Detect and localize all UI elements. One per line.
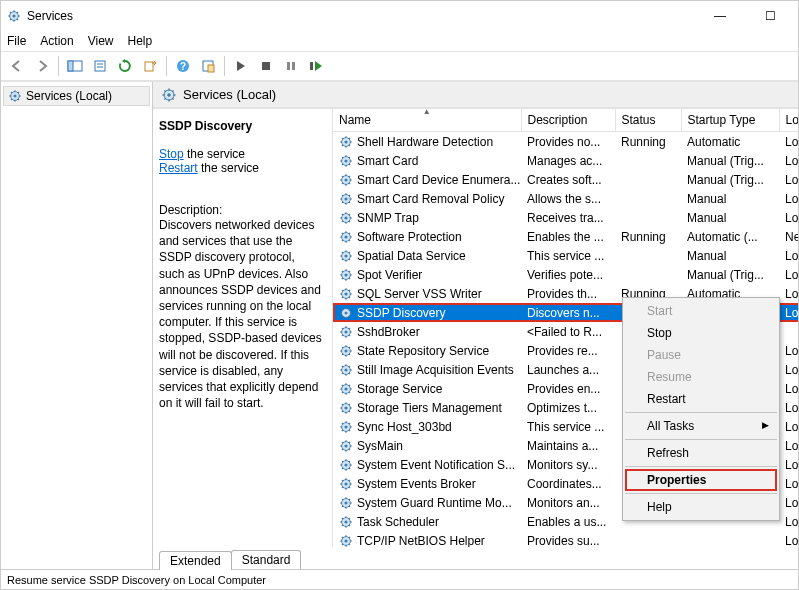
service-name: Storage Service [357, 382, 442, 396]
menu-action[interactable]: Action [40, 34, 73, 48]
service-name: TCP/IP NetBIOS Helper [357, 534, 485, 548]
tab-extended[interactable]: Extended [159, 551, 232, 570]
back-button[interactable] [5, 54, 29, 78]
table-row[interactable]: Software ProtectionEnables the ...Runnin… [333, 227, 798, 246]
gear-icon [339, 420, 353, 434]
service-name: Storage Tiers Management [357, 401, 502, 415]
table-row[interactable]: TCP/IP NetBIOS HelperProvides su...Local… [333, 531, 798, 547]
gear-icon [339, 382, 353, 396]
service-name: Smart Card Removal Policy [357, 192, 504, 206]
statusbar: Resume service SSDP Discovery on Local C… [1, 569, 798, 589]
tree-root-label: Services (Local) [26, 89, 112, 103]
table-row[interactable]: Smart Card Removal PolicyAllows the s...… [333, 189, 798, 208]
detail-pane: SSDP Discovery Stop the service Restart … [153, 109, 333, 547]
toolbar: ? [1, 51, 798, 81]
ctx-resume: Resume [625, 366, 777, 388]
stop-button[interactable] [254, 54, 278, 78]
ctx-stop[interactable]: Stop [625, 322, 777, 344]
ctx-refresh[interactable]: Refresh [625, 442, 777, 464]
gear-icon [339, 230, 353, 244]
menu-view[interactable]: View [88, 34, 114, 48]
service-name: SNMP Trap [357, 211, 419, 225]
service-name: System Events Broker [357, 477, 476, 491]
col-name[interactable]: ▲Name [333, 109, 521, 132]
table-row[interactable]: Spatial Data ServiceThis service ...Manu… [333, 246, 798, 265]
gear-icon [339, 287, 353, 301]
gear-icon [339, 363, 353, 377]
table-row[interactable]: Smart Card Device Enumera...Creates soft… [333, 170, 798, 189]
minimize-button[interactable]: — [698, 2, 742, 30]
table-row[interactable]: Shell Hardware DetectionProvides no...Ru… [333, 132, 798, 152]
stop-link[interactable]: Stop [159, 147, 184, 161]
action-button[interactable] [196, 54, 220, 78]
ctx-help[interactable]: Help [625, 496, 777, 518]
forward-button[interactable] [30, 54, 54, 78]
gear-icon [339, 439, 353, 453]
service-name: Still Image Acquisition Events [357, 363, 514, 377]
show-hide-button[interactable] [63, 54, 87, 78]
ctx-restart[interactable]: Restart [625, 388, 777, 410]
col-status[interactable]: Status [615, 109, 681, 132]
menu-file[interactable]: File [7, 34, 26, 48]
menu-help[interactable]: Help [128, 34, 153, 48]
svg-rect-23 [310, 62, 313, 70]
gear-icon [161, 87, 177, 103]
service-name: Shell Hardware Detection [357, 135, 493, 149]
gear-icon [339, 211, 353, 225]
tree-root[interactable]: Services (Local) [3, 86, 150, 106]
gear-icon [339, 135, 353, 149]
svg-rect-21 [287, 62, 290, 70]
restart-link[interactable]: Restart [159, 161, 198, 175]
service-name: State Repository Service [357, 344, 489, 358]
gear-icon [339, 268, 353, 282]
play-button[interactable] [229, 54, 253, 78]
properties-button[interactable] [88, 54, 112, 78]
service-name: Software Protection [357, 230, 462, 244]
gear-icon [339, 344, 353, 358]
svg-rect-11 [68, 61, 73, 71]
main-area: Services (Local) Services (Local) SSDP D… [1, 81, 798, 569]
ctx-properties[interactable]: Properties [625, 469, 777, 491]
svg-rect-22 [292, 62, 295, 70]
gear-icon [339, 154, 353, 168]
col-logon[interactable]: Log On As [779, 109, 798, 132]
col-startup[interactable]: Startup Type [681, 109, 779, 132]
pause-button[interactable] [279, 54, 303, 78]
service-name: Spatial Data Service [357, 249, 466, 263]
gear-icon [339, 401, 353, 415]
svg-rect-19 [208, 65, 214, 72]
gear-icon [339, 325, 353, 339]
tab-standard[interactable]: Standard [231, 550, 302, 569]
service-name: System Event Notification S... [357, 458, 515, 472]
content-title: Services (Local) [183, 87, 276, 102]
service-name: SSDP Discovery [357, 306, 445, 320]
gear-icon [339, 192, 353, 206]
table-row[interactable]: Spot VerifierVerifies pote...Manual (Tri… [333, 265, 798, 284]
refresh-button[interactable] [113, 54, 137, 78]
export-button[interactable] [138, 54, 162, 78]
help-button[interactable]: ? [171, 54, 195, 78]
svg-rect-12 [95, 61, 105, 71]
gear-icon [339, 477, 353, 491]
service-name: SshdBroker [357, 325, 420, 339]
menubar: File Action View Help [1, 31, 798, 51]
ctx-pause: Pause [625, 344, 777, 366]
svg-rect-20 [262, 62, 270, 70]
svg-rect-15 [145, 62, 153, 71]
col-description[interactable]: Description [521, 109, 615, 132]
ctx-start: Start [625, 300, 777, 322]
description-text: Discovers networked devices and services… [159, 217, 322, 411]
table-row[interactable]: SNMP TrapReceives tra...ManualLocal S [333, 208, 798, 227]
services-window: Services — ☐ File Action View Help ? S [0, 0, 799, 590]
gear-icon [339, 534, 353, 548]
restart-button[interactable] [304, 54, 328, 78]
tree-pane: Services (Local) [1, 82, 153, 569]
gear-icon [339, 173, 353, 187]
chevron-right-icon: ▶ [762, 420, 769, 430]
window-title: Services [27, 9, 698, 23]
table-row[interactable]: Smart CardManages ac...Manual (Trig...Lo… [333, 151, 798, 170]
ctx-all-tasks[interactable]: All Tasks▶ [625, 415, 777, 437]
maximize-button[interactable]: ☐ [748, 2, 792, 30]
service-name: Smart Card [357, 154, 418, 168]
content-header: Services (Local) [153, 82, 798, 108]
